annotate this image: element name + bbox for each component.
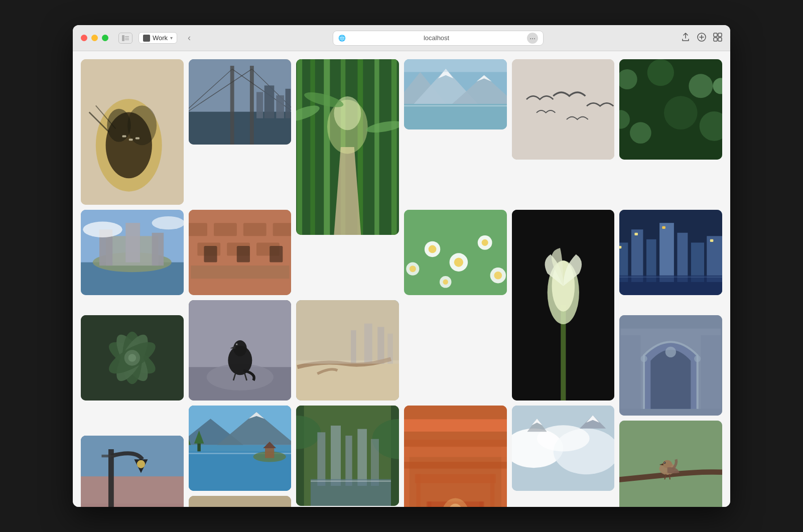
svg-rect-114 bbox=[662, 226, 666, 229]
svg-rect-111 bbox=[707, 236, 722, 282]
svg-point-58 bbox=[647, 59, 674, 86]
workspace-chevron: ▾ bbox=[170, 35, 173, 41]
svg-rect-7 bbox=[714, 38, 717, 41]
svg-rect-117 bbox=[619, 277, 722, 277]
address-more-button[interactable]: ··· bbox=[527, 33, 538, 44]
svg-rect-220 bbox=[101, 455, 115, 457]
svg-rect-108 bbox=[659, 223, 674, 282]
new-tab-button[interactable] bbox=[697, 33, 706, 44]
svg-rect-52 bbox=[404, 104, 507, 129]
photo-crow[interactable] bbox=[189, 300, 292, 401]
svg-rect-5 bbox=[714, 33, 717, 37]
svg-rect-77 bbox=[214, 223, 237, 236]
address-bar[interactable]: 🌐 localhost ··· bbox=[333, 31, 544, 46]
svg-point-91 bbox=[454, 257, 463, 267]
share-button[interactable] bbox=[681, 33, 690, 44]
svg-rect-85 bbox=[270, 246, 283, 262]
svg-rect-86 bbox=[191, 265, 289, 279]
photo-desert-driftwood[interactable] bbox=[296, 300, 399, 401]
photo-castle[interactable] bbox=[81, 210, 184, 295]
svg-point-97 bbox=[494, 272, 502, 280]
svg-point-219 bbox=[137, 460, 145, 468]
photo-bee[interactable] bbox=[81, 59, 184, 205]
photo-night-skyline[interactable] bbox=[619, 210, 722, 295]
maximize-button[interactable] bbox=[102, 35, 108, 41]
photo-lake-mountain[interactable] bbox=[189, 406, 292, 491]
workspace-label: Work bbox=[153, 34, 168, 42]
photo-wren[interactable] bbox=[619, 421, 722, 507]
photo-birds-flying[interactable] bbox=[512, 59, 615, 160]
svg-point-89 bbox=[429, 245, 437, 253]
back-button[interactable]: ‹ bbox=[183, 32, 195, 44]
svg-rect-6 bbox=[718, 33, 722, 37]
photo-torii-gates[interactable] bbox=[404, 406, 507, 507]
svg-rect-112 bbox=[619, 246, 621, 248]
browser-window: Work ▾ ‹ 🌐 localhost ··· bbox=[73, 25, 730, 507]
svg-rect-175 bbox=[311, 480, 391, 482]
photo-archway[interactable] bbox=[619, 315, 722, 416]
svg-rect-149 bbox=[701, 335, 721, 416]
minimize-button[interactable] bbox=[91, 35, 98, 41]
svg-rect-76 bbox=[189, 223, 207, 236]
traffic-lights bbox=[81, 35, 108, 41]
svg-rect-172 bbox=[358, 429, 367, 486]
svg-rect-28 bbox=[264, 85, 274, 118]
svg-rect-30 bbox=[285, 89, 290, 118]
workspace-badge[interactable]: Work ▾ bbox=[139, 32, 177, 44]
svg-rect-184 bbox=[404, 462, 507, 469]
svg-rect-217 bbox=[108, 449, 114, 507]
titlebar: Work ▾ ‹ 🌐 localhost ··· bbox=[73, 25, 730, 51]
photo-succulent[interactable] bbox=[81, 315, 184, 401]
photo-aerial-mountains[interactable] bbox=[512, 406, 615, 491]
photo-bamboo-forest[interactable] bbox=[296, 59, 399, 235]
svg-line-213 bbox=[670, 474, 670, 480]
svg-point-146 bbox=[641, 355, 647, 362]
svg-rect-20 bbox=[189, 112, 292, 145]
photo-street-lamp[interactable] bbox=[81, 436, 184, 507]
svg-rect-0 bbox=[122, 35, 124, 41]
svg-point-147 bbox=[694, 355, 701, 362]
svg-rect-2 bbox=[125, 38, 129, 39]
svg-point-73 bbox=[152, 216, 184, 229]
svg-rect-87 bbox=[404, 210, 507, 295]
photo-abstract-bokeh[interactable] bbox=[619, 59, 722, 160]
globe-icon: 🌐 bbox=[338, 35, 346, 42]
svg-point-61 bbox=[630, 122, 651, 144]
svg-rect-53 bbox=[404, 105, 507, 107]
svg-rect-179 bbox=[404, 419, 507, 432]
photo-flower-bud[interactable] bbox=[512, 210, 615, 401]
svg-rect-183 bbox=[404, 447, 507, 457]
svg-point-145 bbox=[665, 347, 676, 357]
photo-brick-building[interactable] bbox=[189, 210, 292, 295]
svg-rect-3 bbox=[125, 39, 129, 40]
svg-rect-54 bbox=[404, 59, 507, 72]
svg-point-72 bbox=[83, 222, 122, 237]
photo-grid-content[interactable] bbox=[73, 51, 730, 507]
close-button[interactable] bbox=[81, 35, 87, 41]
svg-rect-1 bbox=[125, 36, 129, 37]
tab-overview-button[interactable] bbox=[713, 33, 722, 44]
svg-rect-70 bbox=[152, 233, 164, 265]
photo-daisies[interactable] bbox=[404, 210, 507, 295]
svg-rect-106 bbox=[631, 229, 643, 282]
svg-point-124 bbox=[236, 344, 237, 345]
svg-rect-27 bbox=[256, 92, 263, 118]
masonry-grid bbox=[81, 59, 722, 507]
svg-rect-113 bbox=[635, 233, 638, 235]
svg-rect-79 bbox=[273, 223, 291, 236]
photo-brooklyn-bridge[interactable] bbox=[189, 59, 292, 145]
svg-point-99 bbox=[443, 280, 448, 285]
svg-rect-38 bbox=[375, 59, 379, 235]
photo-mountain-lake[interactable] bbox=[404, 59, 507, 129]
photo-city-through-trees[interactable] bbox=[296, 406, 399, 506]
svg-rect-83 bbox=[204, 246, 217, 262]
svg-rect-17 bbox=[129, 139, 133, 141]
svg-point-12 bbox=[107, 109, 130, 142]
workspace-icon bbox=[143, 35, 150, 42]
svg-point-93 bbox=[482, 239, 488, 246]
photo-pier-faucet[interactable] bbox=[189, 496, 292, 507]
sidebar-toggle-button[interactable] bbox=[118, 33, 132, 44]
svg-rect-55 bbox=[512, 59, 615, 160]
svg-rect-16 bbox=[122, 136, 126, 138]
svg-rect-116 bbox=[619, 276, 722, 295]
